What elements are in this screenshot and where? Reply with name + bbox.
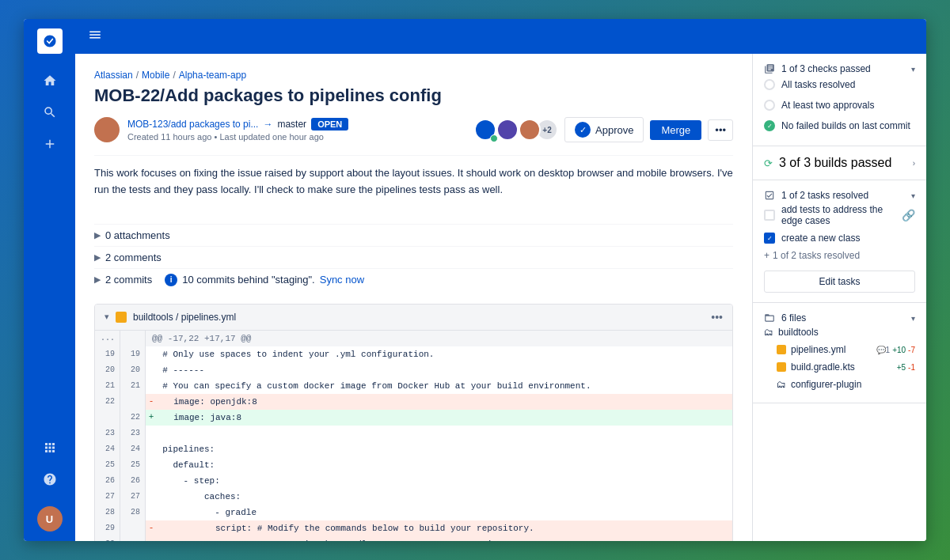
create-task-label: 1 of 2 tasks resolved <box>773 250 860 261</box>
app-logo[interactable] <box>37 28 63 54</box>
file-item-2: build.gradle.kts +5 -1 <box>764 358 915 376</box>
diff-header: ▾ buildtools / pipelines.yml ••• <box>95 305 732 331</box>
sidebar-item-home[interactable] <box>36 66 64 95</box>
approve-check-icon: ✓ <box>575 122 591 138</box>
file-stats-1: 💬1 +10 -7 <box>876 346 915 354</box>
files-icon <box>764 312 775 324</box>
branch-to: master <box>277 119 306 130</box>
sidebar-item-help[interactable] <box>36 465 64 494</box>
app-container: U Atlassian / Mobile / Alpha-team-app <box>24 19 926 541</box>
breadcrumb-sep-2: / <box>173 70 175 81</box>
check-item-2: At least two approvals <box>764 95 915 115</box>
approve-button[interactable]: ✓ Approve <box>564 117 644 142</box>
file-adds-1: +10 <box>892 346 906 354</box>
more-button[interactable]: ••• <box>708 119 733 141</box>
commits-behind: 10 commits behind "staging". <box>182 274 314 286</box>
attachments-label: 0 attachments <box>105 229 170 241</box>
file-adds-2: +5 <box>897 363 906 372</box>
task-checkbox-2[interactable]: ✓ <box>764 233 775 244</box>
builds-title: 3 of 3 builds passed <box>779 156 891 170</box>
merge-button[interactable]: Merge <box>650 120 701 140</box>
diff-line-19: 1919 # Only use spaces to indent your .y… <box>95 346 732 362</box>
task-item-2: ✓ create a new class <box>764 229 915 247</box>
reviewer-avatars: +2 <box>474 119 558 141</box>
task-link-1: 🔗 <box>902 209 915 221</box>
user-avatar[interactable]: U <box>37 506 63 532</box>
check-label-3: No failed builds on last commit <box>781 120 910 131</box>
reviewer-3 <box>519 119 541 141</box>
check-label-1: All tasks resolved <box>781 79 855 90</box>
diff-line-removed-22: 22 - image: openjdk:8 <box>95 394 732 410</box>
task-label-1: add tests to address the edge cases <box>781 204 895 226</box>
pr-branch-row: MOB-123/add packages to pi... → master O… <box>127 118 348 131</box>
tasks-title-wrapper: 1 of 2 tasks resolved <box>764 190 868 201</box>
file-comments-1: 💬1 <box>876 346 891 354</box>
tasks-chevron: ▾ <box>911 191 915 200</box>
checks-section: 1 of 3 checks passed ▾ All tasks resolve… <box>753 54 926 146</box>
expand-arrow-3: ▶ <box>94 274 101 285</box>
attachments-section[interactable]: ▶ 0 attachments <box>94 224 733 246</box>
info-icon: i <box>165 274 177 286</box>
diff-line-removed-30: 30 - # You must commit the Gradle wrappe… <box>95 536 732 541</box>
breadcrumb-sep-1: / <box>136 70 139 81</box>
builds-section: ⟳ 3 of 3 builds passed › <box>753 146 926 180</box>
commits-section[interactable]: ▶ 2 commits i 10 commits behind "staging… <box>94 268 733 291</box>
builds-chevron: › <box>913 159 915 168</box>
sidebar-item-add[interactable] <box>36 130 64 158</box>
sidebar-item-search[interactable] <box>36 98 64 127</box>
status-badge: OPEN <box>311 118 348 131</box>
tasks-icon <box>764 190 775 201</box>
diff-line-added-22: 22 + image: java:8 <box>95 410 732 426</box>
filename-2: build.gradle.kts <box>791 361 855 373</box>
pr-description: This work focuses on fixing the issue ra… <box>94 155 733 208</box>
diff-line-28: 2828 - gradle <box>95 505 732 520</box>
edit-tasks-button[interactable]: Edit tasks <box>764 271 915 293</box>
builds-header[interactable]: ⟳ 3 of 3 builds passed › <box>764 156 915 170</box>
checks-title-wrapper: 1 of 3 checks passed <box>764 63 871 74</box>
folder-name: buildtools <box>778 327 819 338</box>
tasks-header[interactable]: 1 of 2 tasks resolved ▾ <box>764 190 915 201</box>
check-item-1: All tasks resolved <box>764 74 915 95</box>
file-removes-1: -7 <box>908 346 915 354</box>
diff-line-meta: ... @@ -17,22 +17,17 @@ <box>95 331 732 346</box>
checks-chevron: ▾ <box>911 65 915 74</box>
diff-code-meta: @@ -17,22 +17,17 @@ <box>146 331 732 346</box>
breadcrumb-alpha[interactable]: Alpha-team-app <box>179 70 246 81</box>
diff-line-20: 2020 # ------ <box>95 362 732 378</box>
diff-line-24: 2424 pipelines: <box>95 441 732 457</box>
branch-arrow: → <box>263 119 272 130</box>
sidebar-nav: U <box>24 19 75 541</box>
diff-line-25: 2525 default: <box>95 457 732 473</box>
check-item-3: ✓ No failed builds on last commit <box>764 115 915 136</box>
reviewer-avatar-3 <box>519 119 541 141</box>
check-dot-1 <box>764 79 775 90</box>
sidebar-item-apps[interactable] <box>36 433 64 462</box>
diff-more-button[interactable]: ••• <box>711 311 723 324</box>
comments-section[interactable]: ▶ 2 comments <box>94 246 733 268</box>
folder-icon: 🗂 <box>764 327 773 338</box>
pr-dates: Created 11 hours ago • Last updated one … <box>127 132 348 142</box>
file-icon-2 <box>777 362 786 372</box>
diff-expand-icon[interactable]: ▾ <box>104 312 109 322</box>
reviewer-2 <box>496 119 519 141</box>
tasks-title: 1 of 2 tasks resolved <box>781 190 868 201</box>
pr-actions: +2 ✓ Approve Merge ••• <box>474 117 733 142</box>
pr-area: Atlassian / Mobile / Alpha-team-app MOB-… <box>75 54 926 541</box>
comments-label: 2 comments <box>105 252 162 263</box>
file-icon-1 <box>777 345 786 354</box>
diff-container: ▾ buildtools / pipelines.yml ••• ... @ <box>94 304 733 541</box>
folder-icon-2: 🗂 <box>777 379 786 390</box>
task-label-2: create a new class <box>781 233 860 244</box>
menu-icon[interactable] <box>85 25 105 48</box>
files-chevron: ▾ <box>911 314 915 323</box>
files-header[interactable]: 6 files ▾ <box>764 312 915 324</box>
filename-1: pipelines.yml <box>791 344 846 355</box>
pr-created: Created 11 hours ago <box>127 132 211 142</box>
create-task-button[interactable]: + 1 of 2 tasks resolved <box>764 247 915 264</box>
breadcrumb-mobile[interactable]: Mobile <box>142 70 169 81</box>
breadcrumb-atlassian[interactable]: Atlassian <box>94 70 133 81</box>
checks-header[interactable]: 1 of 3 checks passed ▾ <box>764 63 915 74</box>
files-title: 6 files <box>781 312 806 324</box>
task-checkbox-1[interactable] <box>764 210 775 221</box>
sync-link[interactable]: Sync now <box>320 274 364 286</box>
